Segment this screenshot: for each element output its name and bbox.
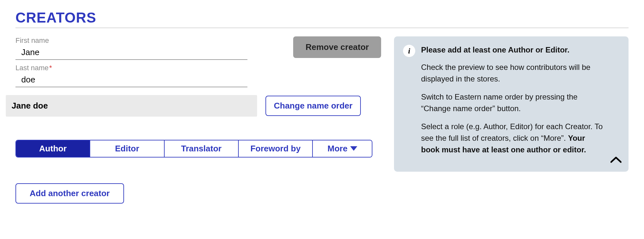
info-column: i Please add at least one Author or Edit… (394, 36, 629, 172)
role-tab-author[interactable]: Author (16, 140, 90, 157)
last-name-input[interactable] (15, 73, 247, 87)
first-name-field: First name (15, 36, 247, 60)
add-another-creator-button[interactable]: Add another creator (15, 183, 124, 204)
info-panel: i Please add at least one Author or Edit… (394, 36, 629, 172)
title-rule (15, 28, 629, 28)
last-name-field: Last name* (15, 64, 247, 87)
remove-creator-button[interactable]: Remove creator (293, 36, 381, 58)
info-heading: Please add at least one Author or Editor… (421, 44, 603, 56)
role-tab-foreword-by[interactable]: Foreword by (239, 140, 313, 157)
columns: First name Remove creator Last name* Jan… (15, 36, 629, 204)
last-name-label: Last name* (15, 64, 247, 72)
chevron-up-icon (610, 156, 621, 163)
info-icon: i (403, 45, 415, 57)
last-name-label-text: Last name (15, 64, 49, 72)
first-name-row: First name Remove creator (15, 36, 384, 60)
name-preview: Jane doe (6, 95, 257, 117)
role-tab-label: Translator (181, 144, 222, 154)
chevron-down-icon (350, 146, 357, 151)
info-paragraph-2: Switch to Eastern name order by pressing… (421, 91, 603, 114)
info-paragraph-3: Select a role (e.g. Author, Editor) for … (421, 121, 603, 156)
collapse-panel-button[interactable] (610, 156, 621, 165)
page-title: CREATORS (15, 10, 629, 26)
first-name-label: First name (15, 36, 247, 45)
required-star: * (49, 64, 52, 72)
role-tab-translator[interactable]: Translator (165, 140, 239, 157)
info-body: Please add at least one Author or Editor… (421, 44, 620, 162)
svg-marker-0 (350, 146, 357, 151)
first-name-input[interactable] (15, 46, 247, 60)
last-name-row: Last name* (15, 64, 384, 87)
role-tab-editor[interactable]: Editor (90, 140, 164, 157)
creator-form: First name Remove creator Last name* Jan… (15, 36, 384, 204)
role-tabs: Author Editor Translator Foreword by Mor… (15, 140, 372, 158)
creators-section: CREATORS First name Remove creator Last … (0, 0, 644, 204)
role-tab-label: Editor (115, 144, 139, 154)
change-name-order-button[interactable]: Change name order (265, 96, 361, 116)
role-tab-label: Author (39, 144, 67, 154)
info-paragraph-1: Check the preview to see how contributor… (421, 62, 603, 85)
role-tab-more[interactable]: More (313, 140, 372, 157)
role-tab-label: More (328, 144, 348, 154)
preview-row: Jane doe Change name order (15, 95, 384, 117)
role-tab-label: Foreword by (250, 144, 301, 154)
